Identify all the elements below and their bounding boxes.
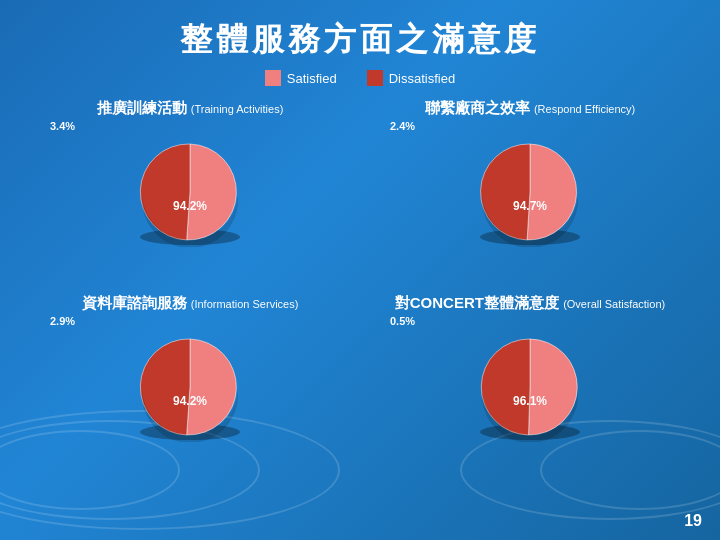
satisfied-label: Satisfied xyxy=(287,71,337,86)
chart-overall-label: 對CONCERT整體滿意度 (Overall Satisfaction) xyxy=(395,294,665,313)
charts-grid: 推廣訓練活動 (Training Activities) 3.4% 94.2% … xyxy=(0,94,720,484)
pie-respond: 94.7% xyxy=(465,132,595,247)
svg-text:94.2%: 94.2% xyxy=(173,394,207,408)
svg-text:96.1%: 96.1% xyxy=(513,394,547,408)
chart-respond: 聯繫廠商之效率 (Respond Efficiency) 2.4% 94.7% xyxy=(360,94,700,289)
svg-text:94.7%: 94.7% xyxy=(513,199,547,213)
chart-respond-dissatisfied-pct: 2.4% xyxy=(390,120,415,132)
page-number: 19 xyxy=(684,512,702,530)
satisfied-color-box xyxy=(265,70,281,86)
pie-overall-svg: 96.1% xyxy=(465,327,595,442)
chart-training-dissatisfied-pct: 3.4% xyxy=(50,120,75,132)
dissatisfied-color-box xyxy=(367,70,383,86)
pie-information: 94.2% xyxy=(125,327,255,442)
chart-training: 推廣訓練活動 (Training Activities) 3.4% 94.2% xyxy=(20,94,360,289)
pie-respond-svg: 94.7% xyxy=(465,132,595,247)
chart-information-dissatisfied-pct: 2.9% xyxy=(50,315,75,327)
page-title: 整體服務方面之滿意度 xyxy=(0,0,720,70)
legend-satisfied: Satisfied xyxy=(265,70,337,86)
pie-training-svg: 94.2% xyxy=(125,132,255,247)
chart-respond-label: 聯繫廠商之效率 (Respond Efficiency) xyxy=(425,99,635,118)
pie-training: 94.2% xyxy=(125,132,255,247)
svg-text:94.2%: 94.2% xyxy=(173,199,207,213)
pie-overall: 96.1% xyxy=(465,327,595,442)
chart-training-label: 推廣訓練活動 (Training Activities) xyxy=(97,99,284,118)
chart-overall: 對CONCERT整體滿意度 (Overall Satisfaction) 0.5… xyxy=(360,289,700,484)
legend: Satisfied Dissatisfied xyxy=(0,70,720,86)
dissatisfied-label: Dissatisfied xyxy=(389,71,455,86)
chart-information-label: 資料庫諮詢服務 (Information Services) xyxy=(82,294,299,313)
chart-information: 資料庫諮詢服務 (Information Services) 2.9% 94.2… xyxy=(20,289,360,484)
legend-dissatisfied: Dissatisfied xyxy=(367,70,455,86)
chart-overall-dissatisfied-pct: 0.5% xyxy=(390,315,415,327)
pie-information-svg: 94.2% xyxy=(125,327,255,442)
